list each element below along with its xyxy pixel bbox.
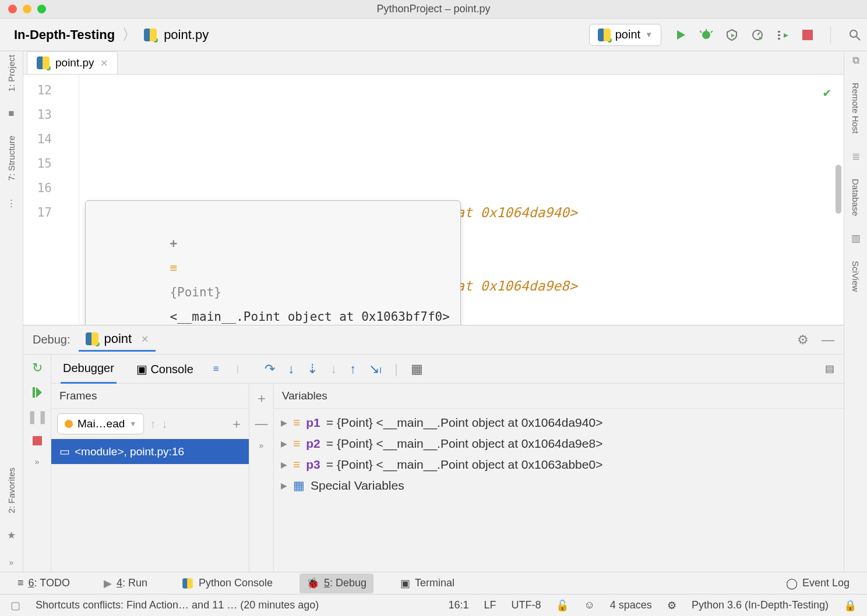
debug-tabs: Debugger ▣ Console ≡ | ↷ ↓ ⇣ ↓ ↑ — [51, 355, 844, 384]
step-over-icon[interactable]: ↷ — [265, 362, 275, 377]
debug-session-tab[interactable]: point ✕ — [79, 328, 156, 352]
run-icon[interactable] — [675, 29, 687, 41]
console-tab[interactable]: ▣ Console — [134, 355, 196, 383]
run-to-cursor-icon[interactable]: ↘I — [369, 362, 382, 377]
terminal-tool-button[interactable]: ▣Terminal — [393, 573, 461, 593]
expand-icon[interactable]: + — [170, 236, 177, 250]
expand-icon[interactable]: » — [35, 457, 40, 466]
file-encoding[interactable]: UTF-8 — [511, 599, 541, 611]
rerun-icon[interactable]: ↻ — [32, 360, 43, 376]
git-icon[interactable]: ⚙ — [667, 599, 676, 612]
python-file-icon — [598, 29, 611, 41]
folder-icon: ■ — [8, 108, 14, 119]
close-tab-icon[interactable]: ✕ — [141, 334, 149, 345]
resume-icon[interactable] — [33, 387, 42, 398]
stop-icon[interactable] — [802, 30, 813, 40]
scrollbar-thumb[interactable] — [836, 165, 841, 214]
line-number: 13 — [23, 102, 79, 127]
project-tool-button[interactable]: 1: Project — [6, 55, 16, 91]
close-tab-icon[interactable]: ✕ — [100, 58, 108, 69]
expand-icon[interactable]: » — [9, 558, 14, 572]
run-configuration-selector[interactable]: point ▼ — [589, 24, 661, 46]
todo-tool-button[interactable]: ≡6: TODO — [10, 573, 77, 593]
variable-row[interactable]: ▶≡p1 = {Point} <__main__.Point object at… — [279, 412, 844, 433]
hide-icon[interactable]: — — [822, 332, 834, 348]
terminal-icon: ▣ — [400, 577, 410, 590]
expand-triangle-icon: ▶ — [281, 481, 287, 490]
debug-tool-button[interactable]: 🐞5: Debug — [299, 573, 373, 593]
next-frame-icon: ↓ — [161, 417, 167, 431]
expand-triangle-icon: ▶ — [281, 460, 287, 469]
svg-marker-0 — [677, 30, 685, 40]
remote-host-icon: ⧉ — [852, 55, 859, 66]
event-log-tool-button[interactable]: ◯Event Log — [779, 573, 857, 593]
vars-toolbar: ＋ — » — [249, 384, 274, 572]
database-tool-button[interactable]: Database — [851, 179, 861, 216]
status-message[interactable]: Shortcuts conflicts: Find Action… and 11… — [36, 599, 319, 611]
object-icon: ≡ — [293, 458, 300, 472]
expand-icon[interactable]: » — [259, 441, 264, 450]
separator — [830, 26, 831, 44]
editor-tab[interactable]: point.py ✕ — [27, 51, 118, 74]
variable-row[interactable]: ▶≡p2 = {Point} <__main__.Point object at… — [279, 433, 844, 454]
svg-rect-9 — [778, 31, 780, 33]
remove-watch-icon[interactable]: — — [255, 416, 268, 431]
expand-triangle-icon: ▶ — [281, 439, 287, 448]
python-interpreter[interactable]: Python 3.6 (In-Depth-Testing) — [692, 599, 829, 611]
stop-icon[interactable] — [33, 436, 42, 445]
readonly-toggle-icon[interactable]: 🔓 — [556, 599, 569, 612]
remote-host-tool-button[interactable]: Remote Host — [851, 83, 861, 134]
evaluate-tooltip: + ≡ {Point} <__main__.Point object at 0x… — [85, 200, 461, 325]
settings-icon[interactable]: ⚙ — [797, 332, 809, 348]
python-file-icon — [144, 29, 157, 41]
line-separator[interactable]: LF — [484, 599, 496, 611]
evaluate-icon[interactable]: ▦ — [411, 362, 423, 377]
inspections-ok-icon[interactable]: ✔ — [823, 80, 831, 105]
add-watch-icon[interactable]: ＋ — [255, 390, 268, 407]
right-tool-rail: ⧉ Remote Host ≣ Database ▥ SciView — [844, 51, 867, 572]
threads-icon[interactable]: ≡ — [213, 363, 219, 375]
coverage-icon[interactable] — [725, 29, 738, 41]
profile-icon[interactable] — [751, 29, 764, 41]
sciview-tool-button[interactable]: SciView — [851, 261, 861, 292]
step-controls: ↷ ↓ ⇣ ↓ ↑ ↘I | ▦ — [265, 362, 423, 377]
inspector-icon[interactable]: ☺ — [584, 599, 594, 611]
svg-marker-12 — [784, 33, 788, 38]
lock-icon[interactable]: 🔒 — [844, 599, 857, 612]
step-into-icon[interactable]: ↓ — [288, 362, 294, 377]
debugger-tab[interactable]: Debugger — [61, 355, 117, 384]
breadcrumb-root[interactable]: In-Depth-Testing — [14, 27, 115, 43]
concurrency-icon[interactable] — [777, 29, 790, 41]
structure-tool-button[interactable]: 7: Structure — [6, 136, 16, 181]
code-area[interactable]: p1 = Point(1, 1) p1: <__main__.Point obj… — [79, 75, 844, 325]
variable-row[interactable]: ▶▦Special Variables — [279, 475, 844, 496]
favorites-tool-button[interactable]: 2: Favorites — [6, 468, 16, 513]
line-number: 16 — [23, 176, 79, 200]
debug-header: Debug: point ✕ ⚙ — — [23, 325, 844, 355]
debug-icon[interactable] — [700, 29, 713, 41]
run-tool-button[interactable]: ▶4: Run — [97, 573, 154, 593]
left-tool-rail: 1: Project ■ 7: Structure ⋮ 2: Favorites… — [0, 51, 23, 572]
indent-info[interactable]: 4 spaces — [610, 599, 652, 611]
caret-position[interactable]: 16:1 — [448, 599, 468, 611]
debug-title: Debug: — [33, 333, 71, 346]
breadcrumb[interactable]: In-Depth-Testing 〉 point.py — [14, 24, 209, 45]
layout-icon[interactable]: ▤ — [825, 363, 834, 375]
expand-triangle-icon: ▶ — [281, 418, 287, 427]
variable-row[interactable]: ▶≡p3 = {Point} <__main__.Point object at… — [279, 454, 844, 475]
svg-point-14 — [850, 30, 857, 37]
add-icon[interactable]: ＋ — [230, 415, 243, 433]
frame-icon: ▭ — [59, 445, 70, 458]
status-icon[interactable]: ▢ — [10, 599, 20, 612]
run-buttons — [675, 26, 861, 44]
stack-frame[interactable]: ▭ <module>, point.py:16 — [51, 439, 249, 464]
step-out-icon[interactable]: ↑ — [350, 362, 356, 377]
python-console-tool-button[interactable]: Python Console — [174, 573, 280, 593]
frames-panel: Frames Mai…ead ▼ ↑ ↓ ＋ — [51, 384, 249, 572]
step-into-mycode-icon[interactable]: ⇣ — [307, 362, 318, 377]
breadcrumb-file[interactable]: point.py — [164, 27, 209, 43]
search-icon[interactable] — [848, 29, 861, 41]
thread-selector[interactable]: Mai…ead ▼ — [57, 413, 144, 434]
navigation-bar: In-Depth-Testing 〉 point.py point ▼ — [0, 19, 867, 51]
code-editor[interactable]: 12 13 14 15 16 17 p1 = Point(1, 1) p1: <… — [23, 75, 844, 325]
